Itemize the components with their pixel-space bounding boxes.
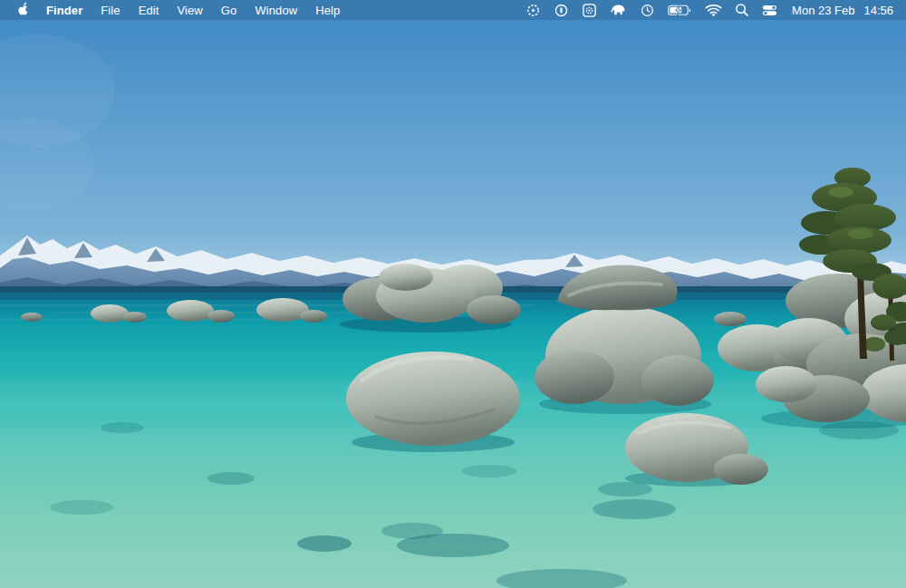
apple-logo-icon [14,1,28,19]
control-center-icon[interactable] [757,0,783,20]
clock-status-icon[interactable] [634,0,660,20]
dashed-circle-icon[interactable] [520,0,546,20]
elephant-icon[interactable] [604,0,632,20]
keyhole-icon[interactable] [548,0,574,20]
desktop[interactable]: Finder File Edit View Go Window Help [0,0,906,588]
menu-help[interactable]: Help [306,0,349,20]
menu-view[interactable]: View [169,0,212,20]
menu-finder[interactable]: Finder [37,0,92,20]
menu-window[interactable]: Window [246,0,306,20]
menu-file[interactable]: File [92,0,129,20]
wallpaper-image [0,0,906,588]
menu-bar-left: Finder File Edit View Go Window Help [11,0,349,20]
menu-go[interactable]: Go [212,0,246,20]
menu-bar-status: Mon 23 Feb 14:56 [520,0,895,20]
apple-menu[interactable] [11,0,37,20]
menubar-clock[interactable]: Mon 23 Feb 14:56 [785,4,895,17]
menubar-time: 14:56 [863,4,893,17]
spotlight-search-icon[interactable] [729,0,755,20]
wifi-icon[interactable] [699,0,728,20]
gear-square-icon[interactable] [576,0,602,20]
menubar-date: Mon 23 Feb [792,4,854,17]
menu-bar: Finder File Edit View Go Window Help [0,0,906,20]
menu-edit[interactable]: Edit [130,0,169,20]
battery-icon[interactable] [662,0,698,20]
